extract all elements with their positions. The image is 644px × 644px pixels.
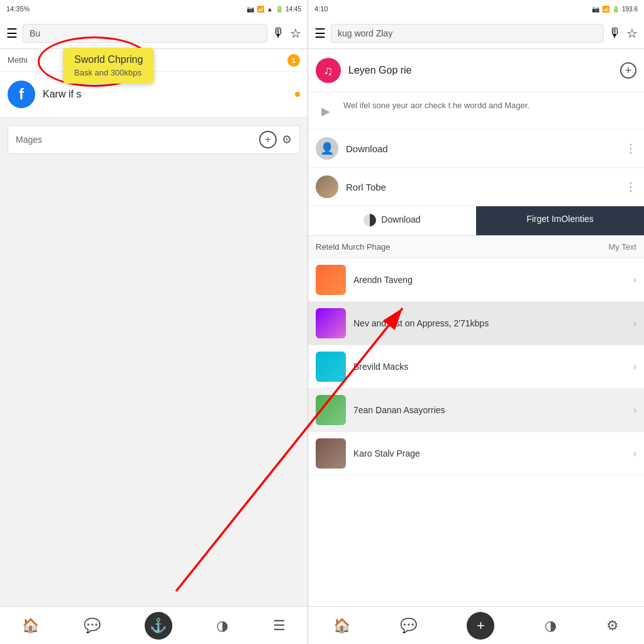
signal-icon-right: 🔋 bbox=[612, 6, 619, 13]
list-item-1[interactable]: Nev and List on Appress, 2'71kbps › bbox=[308, 302, 644, 345]
tooltip-title: Sworld Chpring bbox=[74, 54, 143, 65]
star-icon-right[interactable]: ☆ bbox=[626, 26, 638, 41]
left-content-area bbox=[0, 162, 308, 644]
status-left-icons: 📷 📶 ▲ 🔋 14:45 bbox=[247, 6, 301, 13]
download-row[interactable]: 👤 Download ⋮ bbox=[308, 130, 644, 168]
battery-icon: 🔋 bbox=[275, 6, 283, 13]
thumb-3 bbox=[316, 395, 346, 425]
camera-icon: 📷 bbox=[247, 6, 254, 13]
hamburger-icon-right[interactable]: ☰ bbox=[314, 26, 326, 41]
breadcrumb-text: Methi bbox=[8, 55, 28, 65]
bottom-nav-left: 🏠 💬 ⚓ ◑ ☰ bbox=[0, 606, 308, 644]
section-header-left: Reteld Murch Phage bbox=[316, 242, 391, 252]
rorl-tobe-avatar bbox=[316, 175, 338, 198]
nav-bar-left: ☰ Bu 🎙 ☆ Sworld Chpring Bask and 300kbps bbox=[0, 18, 308, 49]
nav-chat-left[interactable]: 💬 bbox=[84, 618, 101, 634]
list-item-0[interactable]: Arendn Taveng › bbox=[308, 258, 644, 302]
music-list: Arendn Taveng › Nev and List on Appress,… bbox=[308, 258, 644, 475]
tab-download[interactable]: Download bbox=[308, 206, 476, 235]
thumb-2 bbox=[316, 352, 346, 382]
chevron-0: › bbox=[633, 274, 636, 286]
nav-menu-left[interactable]: ☰ bbox=[273, 618, 286, 634]
status-bar-left: 14:35% 📷 📶 ▲ 🔋 14:45 bbox=[0, 0, 308, 18]
section-header-right: My Text bbox=[608, 242, 636, 252]
tab-download-icon bbox=[364, 214, 376, 226]
status-right-right-text: 193.6 bbox=[622, 6, 638, 13]
tab-download-label: Download bbox=[381, 214, 420, 225]
play-row[interactable]: ▶ Wel ifel sone yeur aor check t he word… bbox=[308, 92, 644, 130]
nav-bar-right: ☰ kug word Zlay 🎙 ☆ bbox=[308, 18, 644, 49]
add-button[interactable]: + bbox=[259, 131, 277, 148]
nav-circle-left[interactable]: ◑ bbox=[216, 618, 228, 634]
item-label-4: Karo Stalv Prage bbox=[353, 448, 626, 458]
status-bar-right: 4:10 📷 📶 🔋 193.6 bbox=[308, 0, 644, 18]
download-menu-icon[interactable]: ⋮ bbox=[625, 142, 636, 155]
chevron-3: › bbox=[633, 404, 636, 416]
search-input-left[interactable]: Bu bbox=[23, 24, 267, 43]
section-header: Reteld Murch Phage My Text bbox=[308, 236, 644, 258]
nav-home-right[interactable]: 🏠 bbox=[333, 618, 350, 634]
tooltip-box: Sworld Chpring Bask and 300kbps bbox=[63, 48, 154, 84]
status-left-text: 14:35% bbox=[6, 5, 30, 13]
left-panel: 14:35% 📷 📶 ▲ 🔋 14:45 ☰ Bu 🎙 ☆ Sworld Chp… bbox=[0, 0, 308, 644]
rorl-tobe-label: Rorl Tobe bbox=[346, 182, 618, 192]
settings-icon[interactable]: ⚙ bbox=[282, 133, 292, 147]
notification-badge: 1 bbox=[287, 54, 300, 67]
signal-icon: ▲ bbox=[267, 6, 273, 13]
add-music-button[interactable]: + bbox=[620, 62, 636, 79]
status-right-left-text: 4:10 bbox=[314, 5, 328, 13]
list-item-3[interactable]: 7ean Danan Asayorries › bbox=[308, 389, 644, 432]
rorl-tobe-row[interactable]: Rorl Tobe ⋮ bbox=[308, 168, 644, 206]
wifi-icon: 📶 bbox=[257, 6, 264, 13]
tabs-row: Download Firget ImOlenties bbox=[308, 206, 644, 235]
chevron-2: › bbox=[633, 361, 636, 372]
item-label-3: 7ean Danan Asayorries bbox=[353, 405, 626, 415]
facebook-name: Karw if s bbox=[43, 89, 81, 100]
item-label-1: Nev and List on Appress, 2'71kbps bbox=[353, 318, 626, 328]
bottom-nav-right: 🏠 💬 + ◑ ⚙ bbox=[308, 606, 644, 644]
chevron-1: › bbox=[633, 318, 636, 329]
music-title: Leyen Gop rie bbox=[348, 65, 613, 76]
facebook-icon: f bbox=[8, 80, 35, 108]
star-icon-left[interactable]: ☆ bbox=[290, 26, 301, 41]
thumb-0 bbox=[316, 265, 346, 295]
nav-circle-right[interactable]: ◑ bbox=[545, 618, 557, 634]
mic-icon-left[interactable]: 🎙 bbox=[272, 26, 285, 40]
thumb-4 bbox=[316, 438, 346, 469]
item-label-0: Arendn Taveng bbox=[353, 275, 626, 285]
search-row-left[interactable]: Mages + ⚙ bbox=[8, 125, 300, 154]
download-label: Download bbox=[346, 143, 618, 154]
nav-home-left[interactable]: 🏠 bbox=[22, 618, 39, 634]
rorl-tobe-menu-icon[interactable]: ⋮ bbox=[625, 180, 636, 194]
nav-settings-right[interactable]: ⚙ bbox=[606, 618, 619, 634]
tab-firget[interactable]: Firget ImOlenties bbox=[476, 206, 644, 235]
play-button[interactable]: ▶ bbox=[316, 101, 336, 121]
wifi-icon-right: 📶 bbox=[602, 6, 609, 13]
list-item-4[interactable]: Karo Stalv Prage › bbox=[308, 432, 644, 475]
music-icon: ♫ bbox=[316, 58, 341, 83]
right-content: ♫ Leyen Gop rie + ▶ Wel ifel sone yeur a… bbox=[308, 49, 644, 606]
status-right-icons: 📷 📶 🔋 193.6 bbox=[592, 6, 638, 13]
nav-plus-right[interactable]: + bbox=[467, 612, 494, 640]
hamburger-icon[interactable]: ☰ bbox=[6, 26, 18, 41]
right-panel: 4:10 📷 📶 🔋 193.6 ☰ kug word Zlay 🎙 ☆ ♫ L… bbox=[308, 0, 644, 644]
tabs-section: Download Firget ImOlenties bbox=[308, 206, 644, 236]
chevron-4: › bbox=[633, 448, 636, 459]
music-header-row[interactable]: ♫ Leyen Gop rie + bbox=[308, 49, 644, 92]
tab-firget-label: Firget ImOlenties bbox=[526, 214, 594, 224]
download-avatar: 👤 bbox=[316, 137, 338, 160]
item-label-2: Brevild Macks bbox=[353, 362, 626, 372]
list-item-2[interactable]: Brevild Macks › bbox=[308, 345, 644, 389]
mic-icon-right[interactable]: 🎙 bbox=[609, 26, 621, 40]
search-value-left: Bu bbox=[30, 28, 40, 38]
search-row-icons: + ⚙ bbox=[259, 131, 292, 148]
search-placeholder-left: Mages bbox=[16, 135, 254, 145]
thumb-1 bbox=[316, 308, 346, 338]
play-description: Wel ifel sone yeur aor check t he wordd … bbox=[343, 100, 530, 111]
nav-chat-right[interactable]: 💬 bbox=[400, 618, 417, 634]
search-input-right[interactable]: kug word Zlay bbox=[331, 24, 604, 43]
search-value-right: kug word Zlay bbox=[338, 28, 392, 38]
tooltip-subtitle: Bask and 300kbps bbox=[74, 68, 143, 77]
nav-plus-left[interactable]: ⚓ bbox=[145, 612, 172, 640]
online-indicator bbox=[295, 92, 300, 97]
